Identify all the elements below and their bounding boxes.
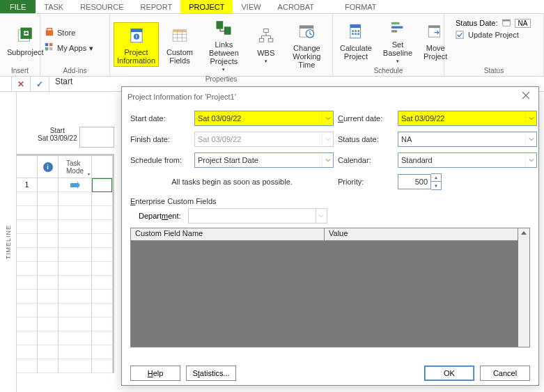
schedule-from-field[interactable]: Project Start Date [194, 152, 334, 168]
tab-acrobat[interactable]: ACROBAT [270, 0, 322, 13]
svg-rect-7 [49, 43, 52, 46]
set-baseline-button[interactable]: Set Baseline ▾ [380, 15, 415, 65]
links-between-button[interactable]: Links Between Projects ▾ [201, 15, 247, 74]
wbs-button[interactable]: WBS ▾ [252, 24, 280, 65]
schedule-from-label: Schedule from: [130, 156, 190, 164]
svg-rect-4 [24, 33, 28, 34]
calculate-button[interactable]: Calculate Project [337, 19, 375, 62]
chevron-down-icon[interactable] [525, 132, 536, 146]
wbs-icon [255, 25, 277, 47]
spin-down-icon[interactable]: ▼ [431, 182, 441, 189]
schedule-note: All tasks begin as soon as possible. [130, 178, 334, 186]
auto-schedule-icon [70, 182, 80, 189]
project-information-dialog: Project Information for 'Project1' Start… [121, 86, 539, 386]
calendar-mini-icon [502, 18, 511, 28]
svg-rect-5 [46, 30, 54, 36]
dialog-title: Project Information for 'Project1' [127, 93, 236, 101]
baseline-label: Set Baseline [383, 40, 412, 57]
svg-rect-31 [355, 30, 356, 31]
ribbon-tabs: FILE TASK RESOURCE REPORT PROJECT VIEW A… [0, 0, 544, 14]
checkbox-icon [456, 31, 464, 39]
group-insert-label: Insert [4, 65, 36, 76]
timeline-label: TIMELINE [5, 225, 12, 260]
svg-rect-22 [264, 29, 269, 33]
start-date-field[interactable]: Sat 03/09/22 [194, 111, 334, 126]
col-indicators[interactable]: i [38, 156, 58, 178]
svg-rect-33 [352, 33, 353, 34]
chevron-down-icon: ▾ [222, 67, 225, 72]
links-label: Links Between Projects [204, 40, 244, 65]
calendar-label: Calendar: [338, 156, 394, 164]
svg-rect-37 [391, 26, 403, 29]
working-time-label: Change Working Time [288, 44, 325, 69]
confirm-edit-button[interactable]: ✓ [31, 77, 49, 91]
chevron-down-icon [322, 132, 333, 146]
tab-project[interactable]: PROJECT [180, 0, 233, 13]
chevron-down-icon[interactable] [322, 111, 333, 125]
store-button[interactable]: Store [45, 27, 93, 38]
chevron-down-icon[interactable] [316, 209, 327, 223]
priority-field[interactable]: 500 [398, 174, 431, 189]
timeline-gutter: TIMELINE [0, 92, 17, 392]
status-date-value[interactable]: NA [515, 19, 531, 28]
subproject-icon [14, 24, 36, 47]
project-information-button[interactable]: i Project Information [114, 23, 158, 66]
custom-fields-button[interactable]: Custom Fields [164, 23, 196, 66]
svg-rect-34 [355, 33, 356, 34]
col-field-name[interactable]: Custom Field Name [131, 228, 325, 240]
department-field[interactable] [188, 208, 327, 224]
chevron-down-icon[interactable] [525, 153, 536, 167]
store-label: Store [57, 29, 75, 37]
cancel-edit-button[interactable]: ✕ [12, 77, 31, 91]
baseline-icon [387, 17, 409, 39]
custom-fields-label: Custom Fields [166, 48, 193, 65]
tab-resource[interactable]: RESOURCE [72, 0, 132, 13]
scrollbar[interactable] [518, 228, 529, 347]
chevron-down-icon[interactable] [322, 153, 333, 167]
info-icon: i [43, 162, 53, 172]
task-mode-cell[interactable] [59, 178, 91, 192]
tab-view[interactable]: VIEW [233, 0, 269, 13]
task-grid: 1 i Task Mode ▾ [17, 156, 114, 373]
tab-format[interactable]: FORMAT [336, 0, 385, 13]
chevron-down-icon: ▾ [88, 171, 90, 176]
tab-report[interactable]: REPORT [132, 0, 181, 13]
working-time-button[interactable]: Change Working Time [286, 19, 328, 70]
svg-rect-24 [268, 38, 273, 42]
timeline-area[interactable]: Start Sat 03/09/22 [17, 92, 114, 156]
myapps-label: My Apps [57, 44, 86, 52]
statistics-button[interactable]: Statistics... [186, 366, 236, 381]
store-icon [45, 27, 54, 38]
custom-fields-table: Custom Field Name Value [130, 228, 530, 347]
timeline-start-label: Start [38, 127, 77, 134]
spin-up-icon[interactable]: ▲ [431, 174, 441, 182]
svg-rect-36 [391, 22, 399, 24]
row-header-1[interactable]: 1 [17, 178, 37, 192]
cancel-button[interactable]: Cancel [480, 366, 530, 381]
current-date-field[interactable]: Sat 03/09/22 [398, 111, 537, 126]
calculate-icon [345, 20, 367, 42]
col-task-mode[interactable]: Task Mode ▾ [59, 156, 91, 178]
ok-button[interactable]: OK [424, 366, 474, 381]
svg-rect-43 [456, 31, 463, 38]
tab-file[interactable]: FILE [0, 0, 36, 13]
col-field-value[interactable]: Value [325, 228, 518, 240]
update-project-button[interactable]: Update Project [456, 31, 532, 39]
svg-rect-44 [70, 183, 77, 187]
close-button[interactable] [522, 91, 533, 102]
wbs-label: WBS [257, 49, 274, 57]
scroll-up-icon[interactable] [520, 230, 527, 237]
project-info-icon: i [125, 24, 148, 47]
tab-task[interactable]: TASK [36, 0, 72, 13]
group-status-label: Status [449, 65, 539, 76]
active-cell[interactable] [92, 178, 112, 192]
move-icon [424, 20, 446, 42]
help-button[interactable]: Help [130, 366, 180, 381]
svg-rect-6 [45, 43, 48, 46]
chevron-down-icon[interactable] [525, 111, 536, 125]
priority-spinner[interactable]: ▲▼ [431, 173, 442, 190]
calendar-field[interactable]: Standard [398, 152, 537, 168]
timeline-bar[interactable] [79, 127, 114, 148]
myapps-button[interactable]: My Apps ▾ [45, 42, 93, 54]
status-date-field[interactable]: NA [398, 132, 537, 147]
